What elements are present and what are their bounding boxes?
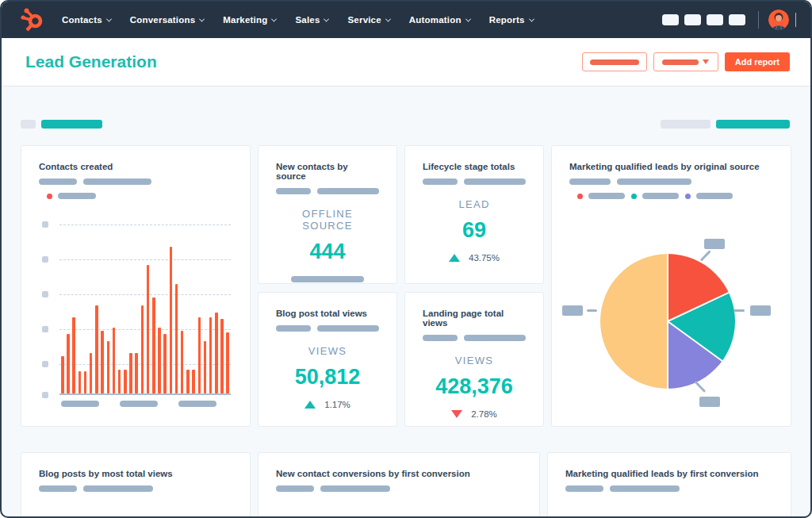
chart-bar [147, 265, 150, 393]
nav-item-label: Service [347, 15, 381, 25]
filter-placeholder[interactable] [41, 120, 102, 129]
report-title[interactable]: Blog posts by most total views [39, 469, 232, 478]
nav-item-conversations[interactable]: Conversations [130, 15, 204, 25]
report-title[interactable]: New contact conversions by first convers… [276, 469, 522, 478]
legend-item [577, 193, 625, 199]
filter-placeholder[interactable] [661, 120, 710, 129]
redacted-subtitle [610, 485, 680, 492]
legend-dot-icon [577, 194, 583, 199]
user-avatar[interactable] [768, 10, 789, 30]
redacted-subtitle [565, 485, 603, 492]
redacted-legend-label [696, 193, 733, 199]
filter-group-left [21, 120, 102, 129]
report-title[interactable]: Lifecycle stage totals [423, 162, 526, 171]
chart-bar [101, 331, 104, 393]
card-contacts-created: Contacts created [21, 145, 251, 427]
legend-item [685, 193, 733, 199]
chart-bar [90, 353, 93, 393]
dashboard-actions-button[interactable] [582, 52, 647, 71]
page-title: Lead Generation [25, 52, 157, 71]
toolbar-icon-placeholder[interactable] [707, 14, 723, 25]
card-mql-by-first-conversion: Marketing qualified leads by first conve… [547, 452, 791, 518]
chart-bar [198, 317, 201, 393]
chart-bar [204, 341, 207, 393]
toolbar-icon-placeholder[interactable] [684, 14, 701, 25]
chart-bar [135, 353, 138, 393]
bar-chart [39, 224, 232, 395]
chevron-down-icon [271, 16, 277, 21]
redacted-subtitle [276, 188, 311, 194]
nav-item-contacts[interactable]: Contacts [62, 15, 111, 25]
app-window: Contacts Conversations Marketing Sales S… [0, 0, 812, 518]
metric-label: LEAD [423, 198, 526, 210]
redacted-subtitle [320, 485, 390, 492]
metric-delta: 2.78% [423, 409, 526, 419]
metric-delta: 1.17% [276, 400, 379, 409]
metric-delta: 43.75% [423, 253, 526, 263]
pie-slice-divider [667, 321, 668, 389]
nav-item-label: Reports [489, 15, 525, 25]
report-title[interactable]: Marketing qualified leads by original so… [569, 162, 773, 171]
nav-item-service[interactable]: Service [347, 15, 389, 25]
callout-connector [587, 309, 597, 312]
x-axis-line [59, 393, 231, 395]
chart-bar [215, 313, 218, 393]
chart-bar [118, 370, 121, 393]
card-blog-post-total-views: Blog post total views VIEWS 50,812 1.17% [258, 292, 397, 427]
redacted-subtitle [39, 178, 77, 185]
chart-bar [209, 317, 213, 393]
redacted-subtitle [423, 178, 458, 185]
hubspot-logo-icon[interactable] [21, 7, 44, 33]
nav-item-marketing[interactable]: Marketing [223, 15, 276, 25]
report-title[interactable]: New contacts by source [276, 162, 379, 181]
chevron-down-icon [529, 16, 534, 21]
card-landing-page-total-views: Landing page total views VIEWS 428,376 2… [404, 292, 544, 427]
redacted-slice-label [704, 239, 725, 249]
filter-placeholder[interactable] [21, 120, 36, 129]
page-header: Lead Generation Add report [2, 38, 810, 86]
report-title[interactable]: Landing page total views [423, 309, 526, 328]
redacted-subtitle [39, 485, 77, 492]
add-report-button[interactable]: Add report [725, 52, 790, 71]
report-title[interactable]: Contacts created [39, 162, 232, 171]
redacted-subtitle [83, 485, 153, 492]
callout-connector [733, 309, 745, 312]
chevron-down-icon [199, 16, 205, 21]
redacted-y-tick [42, 221, 48, 228]
redacted-button-label [662, 59, 699, 65]
delta-value: 1.17% [324, 400, 350, 409]
metric-label: VIEWS [276, 345, 379, 357]
card-new-contact-conversions: New contact conversions by first convers… [258, 452, 540, 518]
chart-bar [186, 370, 190, 393]
nav-item-sales[interactable]: Sales [295, 15, 328, 25]
card-lifecycle-stage-totals: Lifecycle stage totals LEAD 69 43.75% [404, 145, 544, 284]
chevron-down-icon [795, 13, 796, 27]
trend-up-icon [449, 254, 460, 262]
redacted-y-tick [42, 326, 48, 332]
filter-placeholder[interactable] [716, 120, 790, 129]
trend-down-icon [451, 410, 462, 418]
report-title[interactable]: Blog post total views [276, 309, 379, 318]
chart-bar [141, 305, 144, 393]
chart-bar [129, 353, 132, 393]
header-actions: Add report [582, 52, 790, 71]
toolbar-icon-placeholder[interactable] [729, 14, 745, 25]
nav-item-automation[interactable]: Automation [409, 15, 470, 25]
nav-item-reports[interactable]: Reports [489, 15, 534, 25]
pie-slice-divider [667, 320, 722, 362]
chart-bar [113, 328, 116, 393]
report-title[interactable]: Marketing qualified leads by first conve… [565, 469, 773, 478]
legend-item [631, 193, 679, 199]
redacted-legend-label [642, 193, 679, 199]
redacted-subtitle [464, 178, 526, 185]
nav-item-label: Conversations [130, 15, 195, 25]
dashboard-filter-dropdown[interactable] [653, 52, 718, 71]
redacted-subtitle [276, 325, 311, 332]
nav-item-label: Sales [295, 15, 320, 25]
toolbar-icon-placeholder[interactable] [662, 14, 679, 25]
redacted-comparison [291, 276, 364, 282]
account-menu-chevron[interactable] [795, 13, 796, 27]
redacted-legend-label [58, 193, 96, 199]
redacted-y-tick [42, 361, 48, 367]
metric-value: 444 [276, 240, 379, 264]
